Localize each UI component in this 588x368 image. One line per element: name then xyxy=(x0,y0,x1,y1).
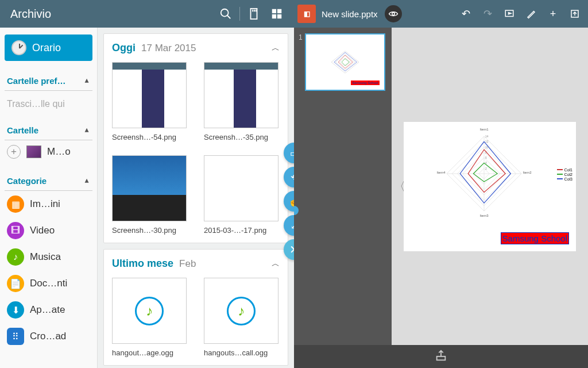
svg-rect-7 xyxy=(272,14,276,18)
search-icon[interactable] xyxy=(214,2,237,25)
presentation-app-icon[interactable]: ◧ xyxy=(297,5,316,23)
category-label: Musica xyxy=(30,251,61,263)
category-label: Video xyxy=(30,225,55,236)
folder-label: M…o xyxy=(47,146,71,158)
svg-text:Item3: Item3 xyxy=(479,214,489,217)
file-item[interactable]: ♪hangout…age.ogg xyxy=(112,278,187,357)
archive-header: Archivio xyxy=(0,0,294,28)
group-header[interactable]: Oggi17 Mar 2015︿ xyxy=(112,42,280,54)
fab-close-icon[interactable]: ✕ xyxy=(284,239,294,260)
favorites-label: Cartelle pref… xyxy=(7,76,66,86)
slide-panel: 1 Samsung School xyxy=(294,28,392,345)
file-name: Screensh…-35.png xyxy=(204,133,278,141)
file-thumb-blank xyxy=(204,155,278,221)
file-item[interactable]: Screensh…-35.png xyxy=(204,62,278,141)
folder-thumb-icon xyxy=(26,145,41,158)
slide-thumbnail[interactable]: Samsung School xyxy=(305,33,385,91)
draw-icon[interactable] xyxy=(521,4,541,24)
file-thumb-desktop xyxy=(112,155,187,221)
orario-button[interactable]: Orario xyxy=(5,34,92,61)
category-label: Im…ini xyxy=(30,198,60,210)
category-icon: 🎞 xyxy=(7,222,24,239)
svg-text:2: 2 xyxy=(485,166,487,170)
svg-text:14: 14 xyxy=(485,135,489,138)
add-icon[interactable]: + xyxy=(7,145,21,159)
favorites-drag-hint: Trasci…lle qui xyxy=(5,91,92,121)
archive-body: Orario Cartelle pref… ▼ Trasci…lle qui C… xyxy=(0,28,294,368)
slide-canvas: 〈 Item1Item2Item3Item42468101214 Col1 Co… xyxy=(392,28,588,345)
grid-view-icon[interactable] xyxy=(265,2,288,25)
svg-text:Item2: Item2 xyxy=(523,171,532,174)
presentation-body: 1 Samsung School 〈 Item1Item2Item xyxy=(294,28,588,345)
file-name: hangout…age.ogg xyxy=(112,348,187,357)
archive-title: Archivio xyxy=(6,7,214,21)
export-icon[interactable] xyxy=(565,4,585,24)
file-item[interactable]: ♪hangouts…call.ogg xyxy=(204,278,278,357)
chart-legend: Col1 Col2 Col3 xyxy=(557,168,572,182)
category-item[interactable]: 📄Doc…nti xyxy=(5,270,92,297)
preview-toggle-icon[interactable] xyxy=(385,5,402,22)
svg-text:10: 10 xyxy=(485,145,489,148)
play-icon[interactable] xyxy=(500,4,519,24)
upload-icon[interactable] xyxy=(435,349,447,365)
file-name: Screensh…-30.png xyxy=(112,226,187,235)
file-item[interactable]: 2015-03-…-17.png xyxy=(204,155,278,235)
file-grid: ♪hangout…age.ogg♪hangouts…call.ogg xyxy=(112,278,280,357)
file-group: Ultimo meseFeb︿♪hangout…age.ogg♪hangouts… xyxy=(103,249,288,366)
category-item[interactable]: ⬇Ap…ate xyxy=(5,297,92,323)
svg-text:Item4: Item4 xyxy=(436,171,446,174)
file-name: hangouts…call.ogg xyxy=(204,348,278,357)
svg-rect-6 xyxy=(277,9,281,13)
add-icon[interactable]: + xyxy=(543,4,563,24)
slide-thumb-item[interactable]: 1 Samsung School xyxy=(299,33,387,91)
bottom-bar xyxy=(294,345,588,368)
category-label: Ap…ate xyxy=(30,304,65,316)
category-item[interactable]: ⠿Cro…ad xyxy=(5,323,92,350)
redo-icon[interactable]: ↷ xyxy=(478,4,497,24)
category-list: ▦Im…ini🎞Video♪Musica📄Doc…nti⬇Ap…ate⠿Cro…… xyxy=(5,191,92,350)
folders-label: Cartelle xyxy=(7,125,38,135)
category-item[interactable]: 🎞Video xyxy=(5,217,92,244)
fab-rotate-icon[interactable]: ⟲ xyxy=(284,167,294,187)
folders-section-header[interactable]: Cartelle ▼ xyxy=(5,121,92,140)
archive-sidebar: Orario Cartelle pref… ▼ Trasci…lle qui C… xyxy=(0,28,98,368)
group-header[interactable]: Ultimo meseFeb︿ xyxy=(112,258,280,270)
fab-stack: ▭ ⟲ ☝ ⤢ ✕ xyxy=(284,143,294,260)
undo-icon[interactable]: ↶ xyxy=(456,4,475,24)
categories-section-header[interactable]: Categorie ▼ xyxy=(5,171,92,191)
slide-content[interactable]: Item1Item2Item3Item42468101214 Col1 Col2… xyxy=(404,122,576,251)
svg-marker-42 xyxy=(473,163,497,182)
group-name: Ultimo mese xyxy=(112,258,173,270)
fab-touch-icon[interactable]: ☝ xyxy=(284,191,294,212)
legend-label: Col3 xyxy=(564,177,572,181)
radar-chart: Item1Item2Item3Item42468101214 xyxy=(432,128,547,220)
header-divider xyxy=(239,7,240,21)
svg-text:6: 6 xyxy=(485,156,487,159)
category-icon: 📄 xyxy=(7,275,24,292)
group-date: Feb xyxy=(179,258,266,270)
favorites-section-header[interactable]: Cartelle pref… ▼ xyxy=(5,71,92,91)
legend-label: Col1 xyxy=(564,168,572,172)
presentation-pane: ◧ New slide.pptx ↶ ↷ + 1 xyxy=(294,0,588,368)
fab-window-icon[interactable]: ▭ xyxy=(284,143,294,163)
chevron-up-icon: ︿ xyxy=(272,43,280,53)
fab-expand-icon[interactable]: ⤢ xyxy=(284,215,294,236)
svg-text:Item1: Item1 xyxy=(479,128,489,131)
file-item[interactable]: Screensh…-30.png xyxy=(112,155,187,235)
sdcard-icon[interactable] xyxy=(242,2,265,25)
category-item[interactable]: ▦Im…ini xyxy=(5,191,92,217)
category-label: Doc…nti xyxy=(30,278,67,289)
category-icon: ⠿ xyxy=(7,328,24,345)
svg-line-1 xyxy=(227,16,231,19)
svg-marker-11 xyxy=(509,13,512,14)
file-item[interactable]: Screensh…-54.png xyxy=(112,62,187,141)
svg-rect-5 xyxy=(272,9,276,13)
category-icon: ⬇ xyxy=(7,301,24,319)
chevron-up-icon: ▼ xyxy=(83,126,90,135)
folder-item[interactable]: + M…o xyxy=(5,140,92,163)
category-icon: ♪ xyxy=(7,248,24,266)
file-group: Oggi17 Mar 2015︿Screensh…-54.pngScreensh… xyxy=(103,33,288,243)
chevron-up-icon: ▼ xyxy=(83,77,90,85)
mini-radar-chart xyxy=(328,48,362,76)
category-item[interactable]: ♪Musica xyxy=(5,244,92,270)
